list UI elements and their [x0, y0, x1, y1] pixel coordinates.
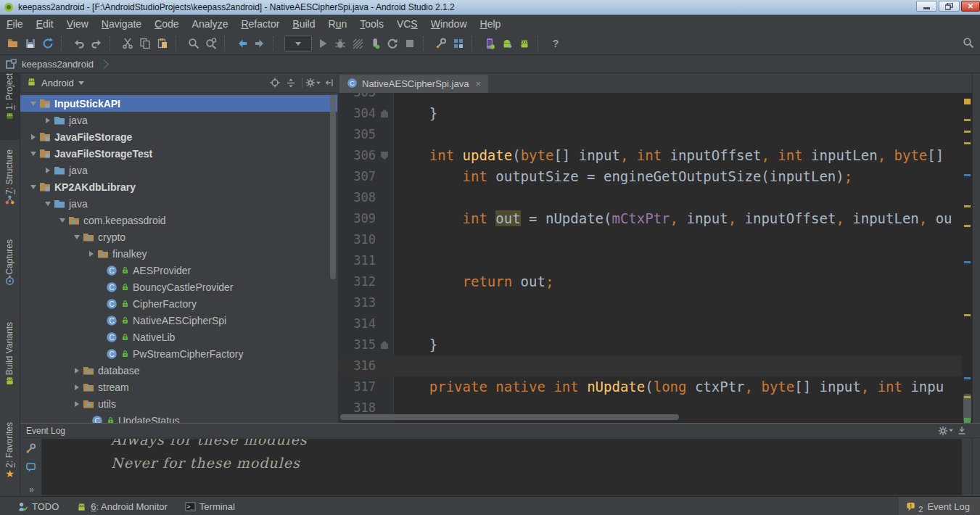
menu-code[interactable]: Code [148, 15, 185, 33]
stripe-mark[interactable] [964, 174, 971, 176]
sync-button[interactable] [39, 36, 57, 52]
tree-item-utils[interactable]: utils [20, 395, 337, 412]
project-structure-button[interactable] [450, 36, 467, 52]
tree-item-updatestatus[interactable]: CUpdateStatus [20, 412, 337, 423]
menu-tools[interactable]: Tools [353, 15, 390, 33]
tree-item-java[interactable]: java [20, 112, 337, 128]
gear-button[interactable] [305, 75, 321, 90]
project-tree-scrollbar[interactable] [330, 95, 336, 279]
find-in-path-button[interactable] [202, 36, 220, 52]
toolwindow-tab--project[interactable]: 1: Project [0, 73, 20, 140]
tree-item-javafilestoragetest[interactable]: JavaFileStorageTest [20, 145, 337, 162]
find-button[interactable] [185, 36, 202, 52]
tree-expand-icon[interactable] [71, 384, 83, 390]
tree-expand-icon[interactable] [28, 102, 39, 106]
tree-item-aesprovider[interactable]: CAESProvider [20, 262, 337, 279]
menu-file[interactable]: File [0, 15, 30, 33]
toolwindow-tab-captures[interactable]: Captures [0, 239, 20, 309]
close-button[interactable]: ✕ [961, 1, 980, 12]
tree-expand-icon[interactable] [71, 368, 83, 374]
menu-view[interactable]: View [60, 15, 95, 33]
tree-item-javafilestorage[interactable]: JavaFileStorage [20, 128, 337, 145]
coverage-button[interactable] [349, 36, 366, 52]
editor-tab[interactable]: C NativeAESCipherSpi.java × [339, 75, 488, 93]
collapse-all-button[interactable] [283, 75, 299, 90]
menu-vcs[interactable]: VCS [390, 15, 424, 33]
close-tab-icon[interactable]: × [475, 78, 481, 89]
stripe-mark[interactable] [964, 205, 971, 207]
tree-expand-icon[interactable] [57, 218, 68, 223]
restore-button[interactable] [939, 1, 960, 12]
fold-marker-icon[interactable] [381, 110, 388, 118]
tree-item-database[interactable]: database [20, 362, 337, 379]
stripe-mark[interactable] [964, 99, 971, 104]
forward-button[interactable] [251, 36, 268, 52]
stop-button[interactable] [401, 36, 419, 52]
stripe-mark[interactable] [964, 131, 971, 133]
debug-button[interactable] [332, 36, 349, 52]
minimize-button[interactable] [916, 1, 937, 12]
redo-button[interactable] [88, 36, 105, 52]
tree-expand-icon[interactable] [42, 168, 54, 173]
locate-button[interactable] [267, 75, 283, 90]
cut-button[interactable] [119, 36, 136, 52]
tree-item-finalkey[interactable]: finalkey [20, 245, 337, 262]
menu-navigate[interactable]: Navigate [95, 15, 148, 33]
toolwindow-tab-build-variants[interactable]: Build Variants [0, 322, 20, 408]
tree-item-bouncycastleprovider[interactable]: CBouncyCastleProvider [20, 279, 337, 295]
stripe-mark[interactable] [964, 119, 971, 121]
settings-button[interactable] [432, 36, 450, 52]
menu-run[interactable]: Run [322, 15, 354, 33]
tree-expand-icon[interactable] [28, 152, 39, 156]
sdk-manager-button[interactable] [481, 36, 498, 52]
menu-refactor[interactable]: Refactor [234, 15, 286, 33]
statusbar-todo-button[interactable]: TODO [17, 501, 59, 512]
statusbar-terminal-button[interactable]: >_Terminal [185, 501, 235, 512]
chevron-down-icon[interactable] [78, 81, 84, 85]
menu-analyze[interactable]: Analyze [186, 15, 235, 33]
dock-button[interactable] [321, 75, 337, 90]
tree-expand-icon[interactable] [86, 251, 97, 257]
event-log-content[interactable]: Always for these modulesNever for these … [42, 439, 962, 495]
stripe-mark[interactable] [964, 142, 971, 144]
statusbar-6-android-monitor-button[interactable]: 6: Android Monitor [76, 501, 168, 512]
menu-help[interactable]: Help [474, 15, 508, 33]
back-button[interactable] [234, 36, 251, 52]
tree-item-kp2akdblibrary[interactable]: KP2AKdbLibrary [20, 178, 337, 195]
attach-debugger-button[interactable] [366, 36, 384, 52]
breadcrumb[interactable]: keepass2android [22, 59, 94, 70]
tree-item-nativelib[interactable]: CNativeLib [20, 329, 337, 345]
tree-expand-icon[interactable] [71, 235, 83, 239]
search-everywhere-button[interactable] [960, 35, 977, 51]
fold-marker-icon[interactable] [381, 152, 388, 160]
project-view-selector[interactable]: Android [41, 78, 74, 88]
save-all-button[interactable] [22, 36, 39, 52]
stripe-mark[interactable] [964, 314, 971, 316]
toolwindow-tab--structure[interactable]: 7: Structure [0, 149, 20, 231]
editor-horizontal-scrollbar[interactable] [340, 414, 679, 420]
rerun-button[interactable] [384, 36, 401, 52]
tree-item-java[interactable]: java [20, 195, 337, 212]
gear-button[interactable] [938, 424, 954, 438]
avd-manager-button[interactable] [498, 36, 516, 52]
stripe-mark[interactable] [964, 377, 971, 379]
tree-item-pwstreamcipherfactory[interactable]: CPwStreamCipherFactory [20, 345, 337, 362]
stripe-mark[interactable] [964, 225, 971, 227]
tree-item-com.keepassdroid[interactable]: com.keepassdroid [20, 212, 337, 228]
tree-item-cipherfactory[interactable]: CCipherFactory [20, 295, 337, 312]
open-file-button[interactable] [4, 36, 22, 52]
tree-expand-icon[interactable] [28, 185, 39, 189]
tree-expand-icon[interactable] [42, 202, 54, 206]
help-button[interactable]: ? [547, 36, 564, 52]
android-monitor-tool-button[interactable] [516, 36, 533, 52]
tree-item-nativeaescipherspi[interactable]: CNativeAESCipherSpi [20, 312, 337, 329]
stripe-mark[interactable] [964, 261, 971, 263]
run-button[interactable] [314, 36, 332, 52]
tree-expand-icon[interactable] [42, 118, 54, 123]
tree-expand-icon[interactable] [28, 134, 39, 140]
undo-button[interactable] [70, 36, 88, 52]
toolwindow-tab--favorites[interactable]: 2: Favorites★ [0, 422, 20, 492]
menu-edit[interactable]: Edit [30, 15, 60, 33]
stripe-mark[interactable] [964, 396, 971, 398]
hide-down-button[interactable] [954, 424, 970, 438]
